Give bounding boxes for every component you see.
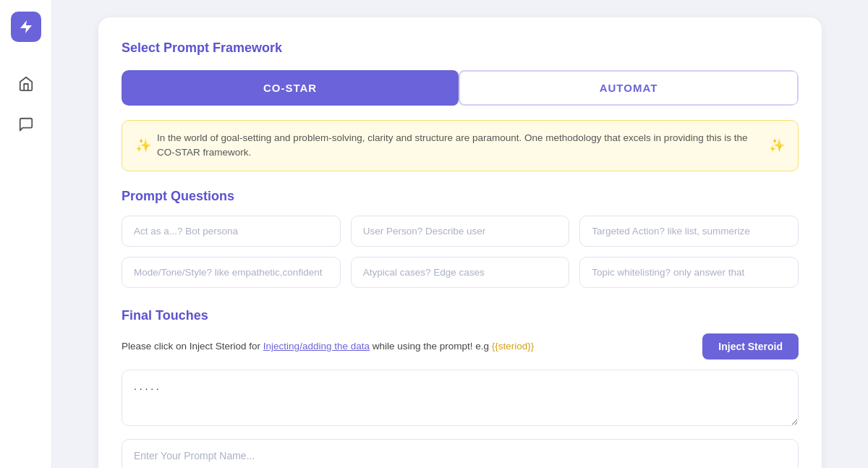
inject-text-middle: while using the prompt! e.g [370, 341, 492, 352]
edge-cases-input[interactable] [351, 257, 570, 288]
star-right-icon: ✨ [769, 136, 785, 156]
app-logo[interactable] [11, 12, 41, 42]
sidebar [0, 0, 52, 468]
info-banner-text: In the world of goal-setting and problem… [157, 131, 763, 161]
home-icon[interactable] [13, 71, 39, 97]
user-person-input[interactable] [351, 216, 570, 247]
prompt-questions-title: Prompt Questions [122, 189, 799, 204]
inject-row: Please click on Inject Steriod for Injec… [122, 333, 799, 359]
inject-steroid-button[interactable]: Inject Steroid [702, 333, 799, 359]
automat-button[interactable]: AUTOMAT [459, 70, 799, 106]
chat-icon[interactable] [13, 111, 39, 137]
bot-persona-input[interactable] [122, 216, 341, 247]
prompt-inputs-grid [122, 216, 799, 288]
framework-section-title: Select Prompt Framework [122, 41, 799, 56]
prompt-textarea[interactable] [122, 370, 799, 426]
mode-tone-input[interactable] [122, 257, 341, 288]
framework-toggle: CO-STAR AUTOMAT [122, 70, 799, 106]
inject-text-before: Please click on Inject Steriod for [122, 341, 263, 352]
main-card: Select Prompt Framework CO-STAR AUTOMAT … [98, 17, 822, 468]
prompt-name-input[interactable] [122, 439, 799, 469]
inject-code: {{steriod}} [492, 341, 535, 352]
main-content: Select Prompt Framework CO-STAR AUTOMAT … [52, 0, 868, 468]
inject-link[interactable]: Injecting/adding the data [263, 341, 370, 352]
star-left-icon: ✨ [135, 136, 151, 156]
info-banner: ✨ In the world of goal-setting and probl… [122, 120, 799, 171]
inject-description: Please click on Inject Steriod for Injec… [122, 341, 534, 352]
topic-whitelist-input[interactable] [579, 257, 799, 288]
final-touches-title: Final Touches [122, 308, 799, 323]
targeted-action-input[interactable] [579, 216, 799, 247]
costar-button[interactable]: CO-STAR [122, 70, 459, 106]
